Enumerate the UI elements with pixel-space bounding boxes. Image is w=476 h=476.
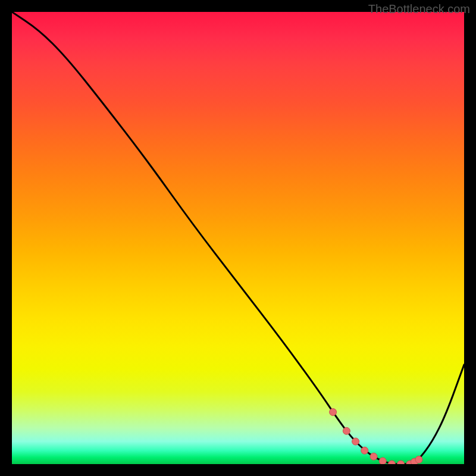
bottleneck-curve bbox=[12, 12, 464, 464]
curve-markers bbox=[330, 409, 422, 464]
curve-line bbox=[12, 12, 464, 464]
curve-marker bbox=[352, 438, 359, 445]
curve-marker bbox=[415, 456, 422, 463]
curve-marker bbox=[379, 458, 386, 464]
curve-marker bbox=[361, 447, 368, 454]
curve-marker bbox=[397, 461, 405, 464]
chart-root: TheBottleneck.com bbox=[0, 0, 476, 476]
curve-marker bbox=[370, 453, 377, 460]
curve-marker bbox=[388, 461, 395, 464]
curve-marker bbox=[343, 427, 350, 434]
plot-area bbox=[12, 12, 464, 464]
curve-marker bbox=[330, 409, 337, 416]
attribution-text: TheBottleneck.com bbox=[368, 2, 470, 16]
